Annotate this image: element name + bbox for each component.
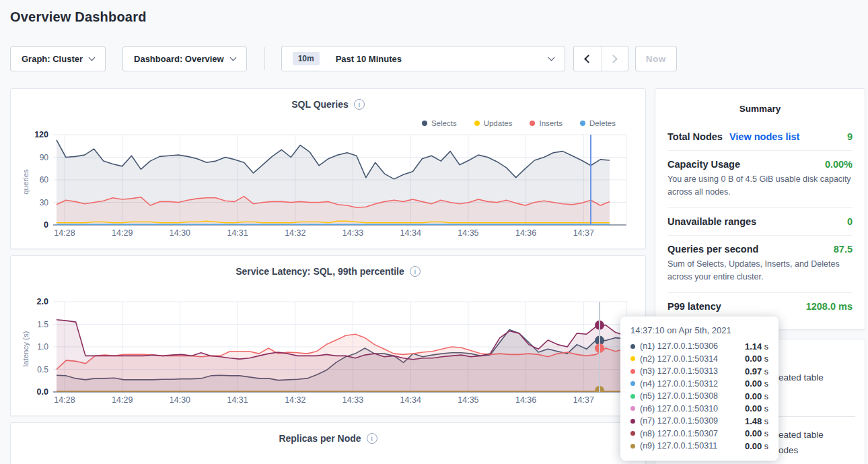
time-forward-button[interactable] bbox=[601, 46, 628, 71]
view-nodes-list-link[interactable]: View nodes list bbox=[729, 131, 800, 142]
capacity-value: 0.00% bbox=[825, 159, 853, 170]
node-color-dot-icon bbox=[630, 344, 635, 349]
event-item-fragment[interactable]: odes bbox=[779, 445, 798, 455]
summary-row-capacity: Capacity Usage 0.00% You are using 0 B o… bbox=[667, 151, 853, 208]
sql-queries-plot[interactable]: 030609012014:2814:2914:3014:3114:3214:33… bbox=[19, 131, 638, 238]
legend-dot-icon bbox=[474, 121, 480, 126]
dashboard-dropdown[interactable]: Dashboard: Overview bbox=[122, 46, 247, 71]
summary-heading: Summary bbox=[667, 98, 853, 123]
charts-column: SQL Queries i SelectsUpdatesInsertsDelet… bbox=[10, 88, 646, 464]
node-color-dot-icon bbox=[630, 394, 635, 399]
chart-legend: SelectsUpdatesInsertsDeletes bbox=[422, 119, 616, 127]
tooltip-row: (n1) 127.0.0.1:503061.14 s bbox=[630, 340, 768, 353]
graph-scope-dropdown[interactable]: Graph: Cluster bbox=[10, 46, 106, 71]
chevron-down-icon bbox=[89, 54, 96, 61]
node-color-dot-icon bbox=[630, 381, 635, 386]
summary-row-unavailable-ranges: Unavailable ranges 0 bbox=[667, 208, 853, 236]
legend-dot-icon bbox=[530, 121, 535, 126]
qps-subtext: Sum of Selects, Updates, Inserts, and De… bbox=[667, 258, 853, 284]
svg-text:14:34: 14:34 bbox=[400, 395, 421, 405]
svg-text:14:36: 14:36 bbox=[515, 228, 536, 238]
svg-text:30: 30 bbox=[40, 198, 49, 207]
node-color-dot-icon bbox=[630, 444, 635, 449]
chevron-down-icon bbox=[229, 54, 236, 61]
node-color-dot-icon bbox=[630, 431, 635, 436]
svg-text:0.5: 0.5 bbox=[37, 365, 48, 374]
svg-text:2.0: 2.0 bbox=[37, 298, 48, 306]
legend-item[interactable]: Inserts bbox=[530, 119, 563, 127]
svg-text:14:37: 14:37 bbox=[573, 395, 594, 405]
tooltip-row: (n6) 127.0.0.1:503100.00 s bbox=[630, 403, 768, 416]
svg-text:14:33: 14:33 bbox=[342, 395, 363, 405]
tooltip-row: (n8) 127.0.0.1:503070.00 s bbox=[630, 428, 768, 440]
svg-text:0.0: 0.0 bbox=[37, 387, 48, 397]
svg-text:120: 120 bbox=[34, 131, 48, 139]
tooltip-node-list: (n1) 127.0.0.1:503061.14 s(n2) 127.0.0.1… bbox=[630, 340, 768, 453]
summary-row-total-nodes: Total Nodes View nodes list 9 bbox=[667, 123, 853, 151]
svg-text:14:30: 14:30 bbox=[170, 395, 190, 405]
svg-text:1.0: 1.0 bbox=[37, 342, 48, 352]
qps-value: 87.5 bbox=[834, 244, 853, 255]
svg-text:0: 0 bbox=[44, 220, 48, 230]
chevron-right-icon bbox=[609, 55, 618, 63]
node-color-dot-icon bbox=[630, 406, 635, 411]
svg-text:1.5: 1.5 bbox=[37, 320, 48, 329]
service-latency-plot[interactable]: 0.00.51.01.52.014:2814:2914:3014:3114:32… bbox=[19, 298, 638, 405]
time-pager bbox=[573, 46, 628, 71]
service-latency-card: Service Latency: SQL, 99th percentile i … bbox=[10, 255, 646, 416]
tooltip-row: (n5) 127.0.0.1:503080.00 s bbox=[630, 390, 768, 403]
unavailable-ranges-label: Unavailable ranges bbox=[667, 216, 756, 227]
time-range-badge: 10m bbox=[293, 52, 320, 65]
svg-text:14:34: 14:34 bbox=[400, 228, 421, 238]
tooltip-row: (n9) 127.0.0.1:503110.00 s bbox=[630, 440, 768, 453]
svg-text:14:30: 14:30 bbox=[170, 228, 190, 238]
summary-row-p99: P99 latency 1208.0 ms bbox=[667, 293, 853, 320]
node-color-dot-icon bbox=[630, 356, 635, 361]
tooltip-row: (n3) 127.0.0.1:503130.97 s bbox=[630, 365, 768, 378]
tooltip-timestamp: 14:37:10 on Apr 5th, 2021 bbox=[630, 325, 768, 335]
time-range-dropdown[interactable]: 10m Past 10 Minutes bbox=[281, 46, 565, 71]
event-item-fragment[interactable]: eated table bbox=[779, 430, 824, 440]
svg-text:14:28: 14:28 bbox=[54, 228, 75, 238]
now-button[interactable]: Now bbox=[635, 46, 677, 71]
graph-scope-label: Graph: Cluster bbox=[22, 54, 83, 64]
svg-text:queries: queries bbox=[22, 169, 30, 195]
svg-text:90: 90 bbox=[40, 153, 49, 162]
replicas-per-node-card: Replicas per Node i bbox=[10, 422, 646, 464]
legend-item[interactable]: Deletes bbox=[580, 119, 616, 127]
svg-text:60: 60 bbox=[40, 175, 49, 185]
capacity-subtext: You are using 0 B of 4.5 GiB usable disk… bbox=[667, 173, 853, 199]
page-title: Overview Dashboard bbox=[10, 9, 147, 25]
chart-title: Service Latency: SQL, 99th percentile bbox=[236, 266, 404, 277]
svg-text:14:36: 14:36 bbox=[515, 395, 536, 405]
legend-item[interactable]: Selects bbox=[422, 119, 457, 127]
svg-text:14:32: 14:32 bbox=[285, 228, 305, 238]
summary-panel: Summary Total Nodes View nodes list 9 Ca… bbox=[655, 88, 865, 330]
total-nodes-value: 9 bbox=[847, 131, 853, 142]
legend-dot-icon bbox=[580, 121, 585, 126]
svg-text:14:32: 14:32 bbox=[285, 395, 305, 405]
chart-title: Replicas per Node bbox=[279, 433, 361, 444]
controls-divider bbox=[264, 47, 265, 70]
svg-text:14:35: 14:35 bbox=[458, 228, 478, 238]
chevron-left-icon bbox=[584, 55, 593, 63]
legend-item[interactable]: Updates bbox=[474, 119, 513, 127]
summary-row-qps: Queries per second 87.5 Sum of Selects, … bbox=[667, 236, 853, 293]
capacity-label: Capacity Usage bbox=[667, 159, 740, 170]
chart-hover-tooltip: 14:37:10 on Apr 5th, 2021 (n1) 127.0.0.1… bbox=[620, 317, 779, 461]
tooltip-row: (n4) 127.0.0.1:503120.00 s bbox=[630, 378, 768, 391]
svg-text:14:29: 14:29 bbox=[112, 395, 133, 405]
info-icon[interactable]: i bbox=[367, 433, 377, 444]
info-icon[interactable]: i bbox=[354, 99, 365, 110]
p99-latency-label: P99 latency bbox=[667, 301, 721, 312]
info-icon[interactable]: i bbox=[410, 266, 421, 277]
time-back-button[interactable] bbox=[574, 46, 601, 71]
svg-text:14:33: 14:33 bbox=[342, 228, 363, 238]
svg-text:latency (s): latency (s) bbox=[22, 331, 30, 366]
svg-text:14:28: 14:28 bbox=[54, 395, 75, 405]
event-item-fragment[interactable]: eated table bbox=[779, 372, 824, 383]
chart-title: SQL Queries bbox=[291, 99, 349, 110]
qps-label: Queries per second bbox=[667, 244, 758, 255]
svg-text:14:35: 14:35 bbox=[458, 395, 478, 405]
chevron-down-icon bbox=[548, 54, 554, 61]
